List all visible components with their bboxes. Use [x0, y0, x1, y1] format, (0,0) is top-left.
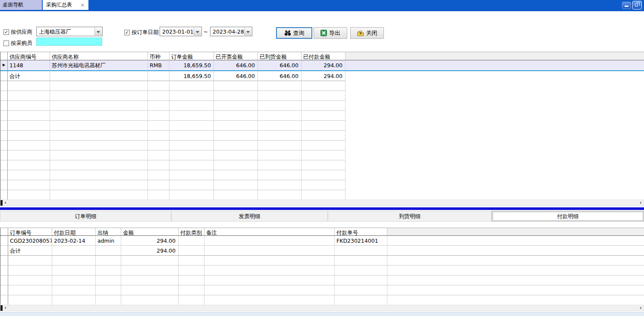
binoculars-icon [284, 30, 291, 36]
col-paid-amount[interactable]: 已付款金额 [302, 52, 346, 60]
close-tab-icon[interactable]: × [80, 0, 85, 10]
filter-by-buyer-label: 按采购员 [11, 40, 32, 47]
detail-tabstrip: 订单明细 发票明细 到货明细 付款明细 [0, 211, 644, 222]
empty-grid-row [0, 131, 644, 141]
tab-payment-detail[interactable]: 付款明细 [492, 211, 644, 222]
tab-invoice-detail[interactable]: 发票明细 [171, 211, 328, 222]
summary-total-row: 合计 18,659.50 646.00 646.00 294.00 [0, 71, 644, 81]
checkbox-mark[interactable] [3, 41, 9, 46]
tab-purchase-summary-label: 采购汇总表 [46, 0, 72, 10]
total-label: 合计 [8, 246, 52, 256]
col-supplier-code[interactable]: 供应商编号 [8, 52, 50, 60]
col-pay-date[interactable]: 付款日期 [52, 228, 96, 236]
close-folder-icon [357, 30, 364, 36]
tab-order-detail[interactable]: 订单明细 [0, 211, 171, 222]
filter-by-buyer-checkbox[interactable]: 按采购员 [3, 40, 32, 47]
payment-grid-hscrollbar[interactable]: ‹ › [0, 305, 644, 311]
cashier-cell[interactable]: admin [96, 236, 121, 246]
pay-no-cell[interactable]: FKD230214001 [335, 236, 387, 246]
scroll-left-icon[interactable]: ‹ [4, 200, 6, 206]
checkbox-mark[interactable]: ✓ [3, 29, 9, 35]
scrollbar-splitter-handle[interactable] [0, 305, 3, 311]
supplier-code-cell[interactable]: 1148 [8, 60, 50, 71]
purchase-summary-window: 桌面导航 采购汇总表 × ✓ 按供应商 上海稳压器厂 按采购员 ✓ 按订单日期 … [0, 0, 644, 316]
col-invoiced-amount[interactable]: 已开票金额 [214, 52, 258, 60]
minimize-button[interactable] [622, 2, 631, 9]
col-amount[interactable]: 金额 [121, 228, 179, 236]
remark-cell[interactable] [204, 236, 335, 246]
supplier-name-cell[interactable]: 苏州市光福电讯器材厂 [50, 60, 148, 71]
received-amount-cell[interactable]: 646.00 [258, 60, 302, 71]
query-button-label: 查询 [293, 29, 305, 37]
query-button[interactable]: 查询 [276, 27, 312, 39]
total-amount: 294.00 [121, 246, 179, 256]
currency-cell[interactable]: RMB [148, 60, 170, 71]
filter-by-order-date-checkbox[interactable]: ✓ 按订单日期 [124, 29, 159, 36]
summary-grid-hscrollbar[interactable]: ‹ › [0, 200, 644, 206]
table-row[interactable]: ▶ 1148 苏州市光福电讯器材厂 RMB 18,659.50 646.00 6… [0, 60, 644, 71]
col-order-no[interactable]: 订单编号 [8, 228, 52, 236]
invoiced-amount-cell[interactable]: 646.00 [214, 60, 258, 71]
status-bar [0, 312, 644, 316]
summary-grid-empty-area [0, 81, 644, 200]
export-button-label: 导出 [329, 29, 340, 37]
scrollbar-splitter-handle[interactable] [0, 200, 3, 206]
col-pay-type[interactable]: 付款类别 [179, 228, 204, 236]
total-received-amount: 646.00 [258, 71, 302, 81]
col-currency[interactable]: 币种 [148, 52, 170, 60]
row-indicator-header [0, 52, 8, 60]
table-row[interactable]: CGD230208057 2023-02-14 admin 294.00 FKD… [0, 236, 644, 246]
chevron-down-icon[interactable] [244, 28, 251, 35]
empty-grid-row [0, 150, 644, 160]
empty-grid-row [0, 141, 644, 150]
scroll-left-icon[interactable]: ‹ [4, 305, 6, 311]
scroll-right-icon[interactable]: › [640, 305, 642, 311]
col-order-amount[interactable]: 订单金额 [170, 52, 214, 60]
date-to-picker[interactable]: 2023-04-28 [210, 27, 252, 36]
col-cashier[interactable]: 出纳 [96, 228, 121, 236]
payment-detail-grid: 订单编号 付款日期 出纳 金额 付款类别 备注 付款单号 CGD23020805… [0, 228, 644, 305]
chevron-down-icon[interactable] [194, 28, 201, 35]
pay-date-cell[interactable]: 2023-02-14 [52, 236, 96, 246]
supplier-combobox-value: 上海稳压器厂 [37, 27, 102, 36]
order-no-cell[interactable]: CGD230208057 [8, 236, 52, 246]
filter-by-supplier-label: 按供应商 [11, 28, 32, 36]
amount-cell[interactable]: 294.00 [121, 236, 179, 246]
payment-grid-header: 订单编号 付款日期 出纳 金额 付款类别 备注 付款单号 [0, 228, 644, 236]
scroll-right-icon[interactable]: › [640, 200, 642, 206]
date-range-separator: ~ [204, 29, 208, 35]
tab-purchase-summary[interactable]: 采购汇总表 × [43, 0, 88, 10]
supplier-summary-grid: 供应商编号 供应商名称 币种 订单金额 已开票金额 已到货金额 已付款金额 ▶ … [0, 52, 644, 200]
total-order-amount: 18,659.50 [170, 71, 214, 81]
col-supplier-name[interactable]: 供应商名称 [50, 52, 148, 60]
empty-grid-row [0, 121, 644, 131]
total-paid-amount: 294.00 [302, 71, 346, 81]
payment-total-row: 合计 294.00 [0, 246, 644, 256]
current-row-marker-icon: ▶ [0, 60, 8, 71]
paid-amount-cell[interactable]: 294.00 [302, 60, 346, 71]
tab-desktop-navigation[interactable]: 桌面导航 [0, 0, 42, 10]
pay-type-cell[interactable] [179, 236, 204, 246]
minimize-icon [625, 6, 628, 7]
empty-grid-row [0, 275, 644, 285]
buyer-input[interactable] [36, 38, 102, 46]
supplier-combobox[interactable]: 上海稳压器厂 [36, 27, 103, 36]
order-amount-cell[interactable]: 18,659.50 [170, 60, 214, 71]
col-received-amount[interactable]: 已到货金额 [258, 52, 302, 60]
date-from-picker[interactable]: 2023-01-01 [160, 27, 202, 36]
splitter-bar[interactable] [0, 207, 644, 210]
col-pay-no[interactable]: 付款单号 [335, 228, 387, 236]
empty-grid-row [0, 266, 644, 275]
checkbox-mark[interactable]: ✓ [124, 30, 130, 35]
empty-grid-row [0, 160, 644, 170]
close-button[interactable]: 关闭 [350, 27, 384, 39]
total-label: 合计 [8, 71, 50, 81]
restore-button[interactable] [632, 1, 642, 9]
tab-arrival-detail[interactable]: 到货明细 [328, 211, 492, 222]
empty-grid-row [0, 190, 644, 200]
filter-by-supplier-checkbox[interactable]: ✓ 按供应商 [3, 28, 32, 36]
col-remark[interactable]: 备注 [204, 228, 335, 236]
close-button-label: 关闭 [366, 29, 377, 37]
export-button[interactable]: 导出 [314, 27, 347, 39]
chevron-down-icon[interactable] [94, 28, 102, 35]
